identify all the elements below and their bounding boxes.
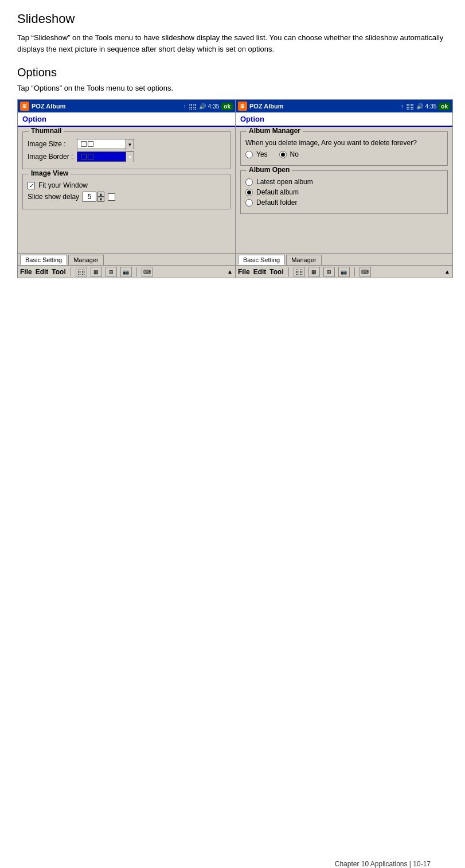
image-size-row: Image Size : ▼ <box>28 139 225 149</box>
right-toolbar: File Edit Tool ⣿⣿ ▦ ⊞ 📷 ⌨ ▲ <box>236 265 452 278</box>
latest-album-row: Latest open album <box>245 178 443 186</box>
left-toolbar-sep1 <box>71 267 71 277</box>
default-folder-row: Default folder <box>245 198 443 207</box>
image-size-dropdown[interactable]: ▼ <box>77 139 134 149</box>
sq2 <box>88 141 93 147</box>
right-toolbar-btn1[interactable]: ⣿⣿ <box>294 267 305 277</box>
image-border-row: Image Border : ▼ <box>28 151 225 162</box>
right-volume-icon: 🔊 <box>416 103 423 110</box>
sq1 <box>81 141 87 147</box>
left-file-menu[interactable]: File <box>20 268 32 276</box>
footer-text: Chapter 10 Applications | 10-17 <box>335 860 431 868</box>
slide-show-value[interactable]: 5 <box>83 192 96 202</box>
sq4 <box>88 154 93 159</box>
spin-up-button[interactable]: ▲ <box>97 192 104 197</box>
screenshots-container: ⊞ POZ Album ↑ ⣿⣿ 🔊 4:35 ok Option Thumna… <box>17 99 453 278</box>
left-toolbar-sep2 <box>136 267 137 277</box>
album-manager-group-title: Album Manager <box>247 127 303 135</box>
right-content-area: Album Manager When you delete image, Are… <box>236 127 452 253</box>
slide-show-row: Slide show delay 5 ▲ ▼ <box>28 192 225 202</box>
page-footer: Chapter 10 Applications | 10-17 <box>335 860 431 868</box>
left-toolbar: File Edit Tool ⣿⣿ ▦ ⊞ 📷 ⌨ ▲ <box>18 265 235 278</box>
right-toolbar-btn2[interactable]: ▦ <box>308 267 320 277</box>
left-screenshot: ⊞ POZ Album ↑ ⣿⣿ 🔊 4:35 ok Option Thumna… <box>18 100 235 278</box>
fit-window-label: Fit your Window <box>38 181 88 189</box>
image-view-group: Image View Fit your Window Slide show de… <box>22 174 230 209</box>
default-folder-radio[interactable] <box>245 199 253 207</box>
right-tab-basic-setting[interactable]: Basic Setting <box>238 255 285 265</box>
album-open-group: Album Open Latest open album Default alb… <box>240 170 448 214</box>
spin-buttons: ▲ ▼ <box>97 192 104 202</box>
right-logo-icon: ⊞ <box>238 102 247 111</box>
left-network-icon: ⣿⣿ <box>189 103 197 110</box>
left-toolbar-btn3[interactable]: ⊞ <box>105 267 117 277</box>
left-volume-icon: 🔊 <box>199 103 206 110</box>
right-toolbar-btn3[interactable]: ⊞ <box>323 267 335 277</box>
image-border-dropdown[interactable]: ▼ <box>77 151 134 162</box>
yes-radio[interactable] <box>245 151 253 158</box>
right-ok-button[interactable]: ok <box>439 103 450 110</box>
right-toolbar-arrow-icon: ▲ <box>444 268 450 275</box>
left-toolbar-btn1[interactable]: ⣿⣿ <box>76 267 87 277</box>
left-tab-basic-setting[interactable]: Basic Setting <box>20 255 67 265</box>
left-titlebar-icons: ↑ ⣿⣿ 🔊 4:35 ok <box>183 103 233 110</box>
left-edit-menu[interactable]: Edit <box>36 268 49 276</box>
left-tab-manager[interactable]: Manager <box>68 255 103 265</box>
image-border-label: Image Border : <box>28 153 73 161</box>
right-network-icon: ⣿⣿ <box>406 103 414 110</box>
image-border-arrow-icon: ▼ <box>126 152 134 162</box>
right-tool-menu[interactable]: Tool <box>269 268 283 276</box>
slideshow-description: Tap “Slideshow” on the Tools menu to hav… <box>17 32 448 55</box>
no-label: No <box>290 150 299 158</box>
right-tab-manager[interactable]: Manager <box>286 255 321 265</box>
right-tabs-bar: Basic Setting Manager <box>236 253 452 265</box>
sq3 <box>81 154 87 159</box>
fit-window-checkbox[interactable] <box>28 182 35 189</box>
right-toolbar-btn5[interactable]: ⌨ <box>360 267 371 277</box>
default-folder-label: Default folder <box>256 198 297 207</box>
right-edit-menu[interactable]: Edit <box>253 268 267 276</box>
yes-radio-row: Yes <box>245 150 268 158</box>
options-description: Tap “Options” on the Tools menu to set o… <box>17 84 448 92</box>
left-time: 4:35 <box>208 103 219 110</box>
left-toolbar-btn2[interactable]: ▦ <box>91 267 102 277</box>
right-titlebar: ⊞ POZ Album ↑ ⣿⣿ 🔊 4:35 ok <box>236 100 452 112</box>
left-titlebar: ⊞ POZ Album ↑ ⣿⣿ 🔊 4:35 ok <box>18 100 235 112</box>
left-tabs-bar: Basic Setting Manager <box>18 253 235 265</box>
slideshow-title: Slideshow <box>17 11 448 26</box>
latest-album-label: Latest open album <box>256 178 313 186</box>
left-ok-button[interactable]: ok <box>221 103 233 110</box>
album-manager-group: Album Manager When you delete image, Are… <box>240 131 448 166</box>
right-signal-icon: ↑ <box>401 103 404 110</box>
right-titlebar-icons: ↑ ⣿⣿ 🔊 4:35 ok <box>401 103 450 110</box>
default-album-label: Default album <box>256 188 299 196</box>
right-option-header: Option <box>236 112 452 127</box>
no-radio[interactable] <box>279 151 287 158</box>
left-option-header: Option <box>18 112 235 127</box>
left-signal-icon: ↑ <box>183 103 186 110</box>
latest-album-radio[interactable] <box>245 178 253 186</box>
default-album-row: Default album <box>245 188 443 196</box>
left-toolbar-btn4[interactable]: 📷 <box>120 267 132 277</box>
thumbnail-group: Thumnail Image Size : ▼ <box>22 131 230 169</box>
thumbnail-group-title: Thumnail <box>29 127 64 135</box>
slide-show-spinbox: 5 ▲ ▼ <box>83 192 115 202</box>
left-tool-menu[interactable]: Tool <box>52 268 65 276</box>
right-titlebar-title: POZ Album <box>249 103 398 110</box>
image-size-label: Image Size : <box>28 140 73 148</box>
fit-window-row: Fit your Window <box>28 181 225 189</box>
options-title: Options <box>17 66 448 79</box>
album-manager-message: When you delete image, Are you want to d… <box>245 139 443 147</box>
album-open-group-title: Album Open <box>247 166 292 174</box>
spin-down-button[interactable]: ▼ <box>97 197 104 202</box>
slide-show-checkbox[interactable] <box>108 193 115 201</box>
right-file-menu[interactable]: File <box>238 268 250 276</box>
yes-label: Yes <box>256 150 268 158</box>
default-album-radio[interactable] <box>245 189 253 196</box>
image-view-group-title: Image View <box>29 169 71 177</box>
right-toolbar-sep1 <box>288 267 289 277</box>
right-screenshot: ⊞ POZ Album ↑ ⣿⣿ 🔊 4:35 ok Option Album … <box>235 100 452 278</box>
left-titlebar-title: POZ Album <box>32 103 181 110</box>
left-toolbar-btn5[interactable]: ⌨ <box>142 267 153 277</box>
right-toolbar-btn4[interactable]: 📷 <box>338 267 350 277</box>
